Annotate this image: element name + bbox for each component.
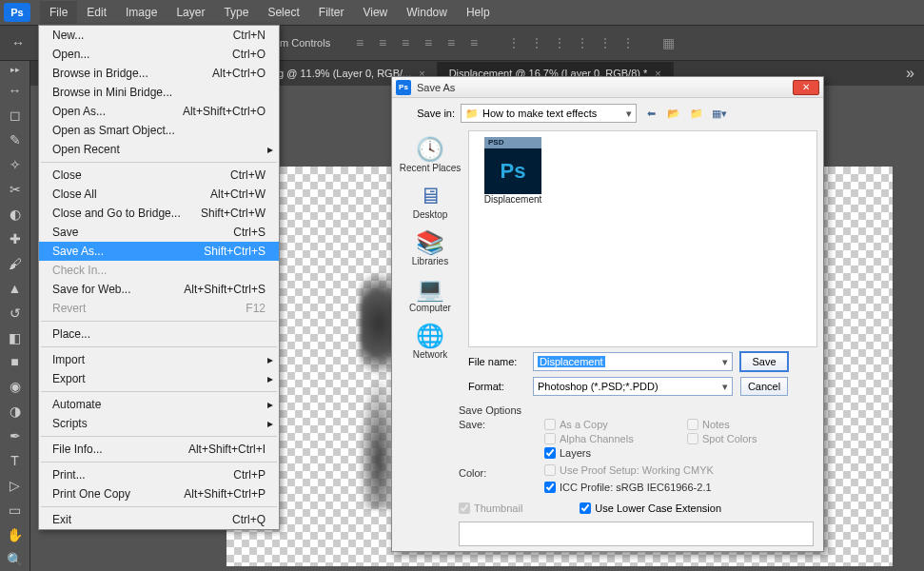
alpha-checkbox[interactable]: Alpha Channels: [544, 433, 687, 444]
menu-item-open-recent[interactable]: Open Recent▸: [39, 140, 279, 159]
save-header: Save:: [459, 419, 544, 430]
menu-item-import[interactable]: Import▸: [39, 350, 279, 369]
menu-filter[interactable]: Filter: [309, 1, 354, 24]
stamp-tool-icon[interactable]: ▲: [3, 276, 28, 300]
pen-tool-icon[interactable]: ✒: [3, 424, 28, 448]
menu-select[interactable]: Select: [258, 1, 308, 24]
new-folder-icon[interactable]: 📁: [688, 105, 705, 122]
menu-item-export[interactable]: Export▸: [39, 369, 279, 388]
menu-window[interactable]: Window: [397, 1, 457, 24]
menu-item-open[interactable]: Open...Ctrl+O: [39, 45, 279, 64]
menu-edit[interactable]: Edit: [77, 1, 116, 24]
eyedropper-tool-icon[interactable]: ◐: [3, 203, 28, 226]
distribute-6-icon[interactable]: ⋮: [618, 32, 639, 53]
hand-tool-icon[interactable]: ✋: [3, 522, 28, 546]
menu-item-scripts[interactable]: Scripts▸: [39, 414, 279, 433]
notes-checkbox[interactable]: Notes: [687, 419, 830, 430]
align-bottom-icon[interactable]: ≡: [463, 32, 484, 53]
menu-item-browse-in-bridge[interactable]: Browse in Bridge...Alt+Ctrl+O: [39, 64, 279, 83]
desktop-icon: 🖥: [419, 183, 442, 209]
gradient-tool-icon[interactable]: ■: [3, 350, 28, 374]
lasso-tool-icon[interactable]: ✎: [3, 128, 28, 152]
place-computer[interactable]: 💻Computer: [396, 274, 464, 319]
back-icon[interactable]: ⬅: [642, 105, 659, 122]
distribute-1-icon[interactable]: ⋮: [503, 32, 524, 53]
view-menu-icon[interactable]: ▦▾: [711, 105, 728, 122]
filename-input[interactable]: Displacement ▾: [533, 352, 733, 371]
crop-tool-icon[interactable]: ✂: [3, 178, 28, 202]
marquee-tool-icon[interactable]: ◻: [3, 104, 28, 128]
menu-item-print[interactable]: Print...Ctrl+P: [39, 465, 279, 484]
menu-type[interactable]: Type: [214, 1, 258, 24]
file-list[interactable]: Ps Displacement: [468, 130, 817, 347]
distribute-4-icon[interactable]: ⋮: [572, 32, 593, 53]
menu-item-print-one-copy[interactable]: Print One CopyAlt+Shift+Ctrl+P: [39, 484, 279, 503]
menu-item-place[interactable]: Place...: [39, 325, 279, 344]
shape-tool-icon[interactable]: ▭: [3, 498, 28, 522]
menu-item-close-and-go-to-bridge[interactable]: Close and Go to Bridge...Shift+Ctrl+W: [39, 204, 279, 223]
tabs-more-icon[interactable]: »: [906, 65, 914, 82]
place-label: Desktop: [413, 209, 448, 220]
dodge-tool-icon[interactable]: ◑: [3, 400, 28, 423]
layers-checkbox[interactable]: Layers: [544, 447, 687, 459]
type-tool-icon[interactable]: T: [3, 449, 28, 473]
align-center-h-icon[interactable]: ≡: [372, 32, 393, 53]
distribute-5-icon[interactable]: ⋮: [595, 32, 616, 53]
menu-item-save-for-web[interactable]: Save for Web...Alt+Shift+Ctrl+S: [39, 280, 279, 299]
menu-item-browse-in-mini-bridge[interactable]: Browse in Mini Bridge...: [39, 83, 279, 102]
path-tool-icon[interactable]: ▷: [3, 474, 28, 498]
move-tool-indicator-icon[interactable]: ↔: [4, 35, 32, 50]
thumbnail-checkbox[interactable]: Thumbnail: [459, 502, 522, 514]
menu-item-save-as[interactable]: Save As...Shift+Ctrl+S: [39, 242, 279, 261]
align-top-icon[interactable]: ≡: [418, 32, 439, 53]
place-libraries[interactable]: 📚Libraries: [396, 227, 464, 272]
brush-tool-icon[interactable]: 🖌: [3, 251, 28, 275]
move-tool-icon[interactable]: ↔: [3, 79, 28, 103]
toolbox-expand-icon[interactable]: ▸▸: [10, 65, 20, 74]
menu-item-new[interactable]: New...Ctrl+N: [39, 26, 279, 45]
spot-checkbox[interactable]: Spot Colors: [687, 433, 830, 444]
network-icon: 🌐: [416, 323, 444, 349]
eraser-tool-icon[interactable]: ◧: [3, 325, 28, 349]
distribute-2-icon[interactable]: ⋮: [526, 32, 547, 53]
save-in-dropdown[interactable]: 📁 How to make text effects ▾: [461, 104, 637, 123]
up-icon[interactable]: 📂: [665, 105, 682, 122]
healing-tool-icon[interactable]: ✚: [3, 226, 28, 250]
dialog-titlebar[interactable]: Ps Save As ✕: [392, 77, 823, 98]
menu-item-file-info[interactable]: File Info...Alt+Shift+Ctrl+I: [39, 440, 279, 459]
menu-view[interactable]: View: [353, 1, 397, 24]
menu-item-close-all[interactable]: Close AllAlt+Ctrl+W: [39, 185, 279, 204]
distribute-3-icon[interactable]: ⋮: [549, 32, 570, 53]
icc-checkbox[interactable]: ICC Profile: sRGB IEC61966-2.1: [544, 482, 830, 493]
menu-item-exit[interactable]: ExitCtrl+Q: [39, 510, 279, 529]
menu-image[interactable]: Image: [116, 1, 167, 24]
history-brush-tool-icon[interactable]: ↺: [3, 301, 28, 325]
menu-file[interactable]: File: [40, 1, 77, 24]
menu-item-open-as[interactable]: Open As...Alt+Shift+Ctrl+O: [39, 102, 279, 121]
as-copy-checkbox[interactable]: As a Copy: [544, 419, 687, 430]
lowercase-checkbox[interactable]: Use Lower Case Extension: [580, 502, 721, 514]
save-button[interactable]: Save: [740, 352, 788, 371]
file-item-displacement[interactable]: Ps Displacement: [475, 137, 551, 205]
blur-tool-icon[interactable]: ◉: [3, 375, 28, 399]
close-button[interactable]: ✕: [793, 80, 819, 95]
align-left-icon[interactable]: ≡: [349, 32, 370, 53]
menu-layer[interactable]: Layer: [167, 1, 214, 24]
menu-item-close[interactable]: CloseCtrl+W: [39, 166, 279, 185]
menu-item-open-as-smart-object[interactable]: Open as Smart Object...: [39, 121, 279, 140]
place-recent-places[interactable]: 🕓Recent Places: [396, 134, 464, 179]
menu-item-save[interactable]: SaveCtrl+S: [39, 223, 279, 242]
menu-help[interactable]: Help: [457, 1, 500, 24]
align-center-v-icon[interactable]: ≡: [441, 32, 462, 53]
proof-checkbox[interactable]: Use Proof Setup: Working CMYK: [544, 462, 830, 479]
place-network[interactable]: 🌐Network: [396, 321, 464, 365]
wand-tool-icon[interactable]: ✧: [3, 153, 28, 177]
align-right-icon[interactable]: ≡: [395, 32, 416, 53]
cancel-button[interactable]: Cancel: [740, 377, 788, 396]
zoom-tool-icon[interactable]: 🔍: [3, 547, 28, 571]
ps-icon: Ps: [396, 80, 411, 95]
place-desktop[interactable]: 🖥Desktop: [396, 181, 464, 226]
menu-item-automate[interactable]: Automate▸: [39, 395, 279, 414]
arrange-icon[interactable]: ▦: [658, 32, 678, 53]
format-dropdown[interactable]: Photoshop (*.PSD;*.PDD) ▾: [533, 377, 733, 396]
